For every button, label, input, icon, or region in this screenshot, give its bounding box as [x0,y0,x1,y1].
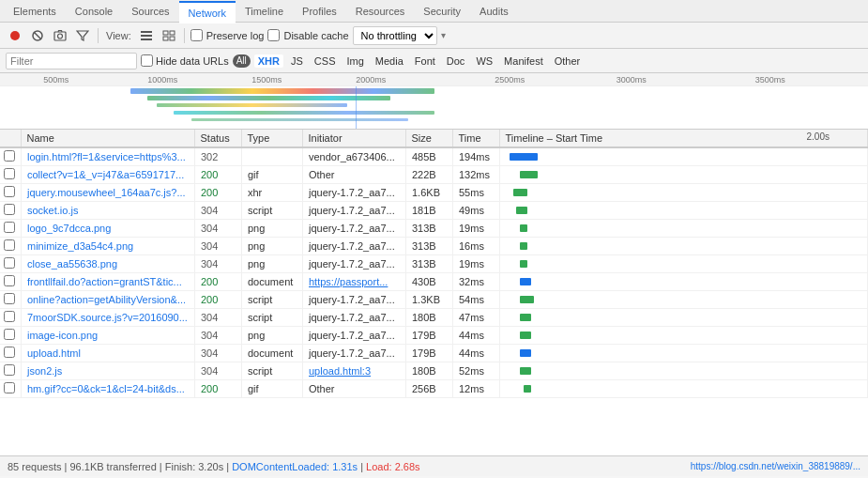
table-row[interactable]: frontllfail.do?action=grantST&tic... 200… [0,273,868,291]
col-status[interactable]: Status [194,130,241,147]
row-name[interactable]: close_aa55638.png [22,255,195,273]
row-select[interactable] [0,380,22,398]
row-name[interactable]: socket.io.js [22,202,195,220]
col-size[interactable]: Size [405,130,452,147]
row-select[interactable] [0,220,22,238]
tab-network[interactable]: Network [179,1,236,23]
filter-font-btn[interactable]: Font [411,54,439,68]
row-select[interactable] [0,202,22,220]
filter-other-btn[interactable]: Other [551,54,585,68]
row-select[interactable] [0,273,22,291]
table-row[interactable]: upload.html 304 document jquery-1.7.2_aa… [0,345,868,362]
row-checkbox[interactable] [4,239,15,251]
table-row[interactable]: socket.io.js 304 script jquery-1.7.2_aa7… [0,202,868,220]
row-select[interactable] [0,345,22,362]
camera-button[interactable] [51,26,69,45]
table-row[interactable]: jquery.mousewheel_164aa7c.js?... 200 xhr… [0,184,868,202]
filter-input[interactable] [6,53,137,69]
filter-doc-btn[interactable]: Doc [443,54,469,68]
row-name[interactable]: upload.html [22,345,195,362]
row-select[interactable] [0,291,22,309]
table-row[interactable]: online?action=getAbilityVersion&... 200 … [0,291,868,309]
row-initiator[interactable]: upload.html:3 [303,362,406,380]
row-name[interactable]: 7moorSDK.source.js?v=2016090... [22,309,195,327]
row-select[interactable] [0,362,22,380]
filter-img-btn[interactable]: Img [343,54,367,68]
table-row[interactable]: minimize_d3a54c4.png 304 png jquery-1.7.… [0,238,868,255]
clear-button[interactable] [28,26,47,45]
view-list-button[interactable] [137,26,156,45]
disable-cache-toggle[interactable]: Disable cache [267,29,348,41]
row-checkbox[interactable] [4,168,15,179]
filter-xhr-btn[interactable]: XHR [254,54,283,68]
preserve-log-toggle[interactable]: Preserve log [190,29,265,41]
filter-css-btn[interactable]: CSS [311,54,340,68]
tab-audits[interactable]: Audits [470,0,518,23]
view-group-button[interactable] [160,26,178,45]
table-row[interactable]: close_aa55638.png 304 png jquery-1.7.2_a… [0,255,868,273]
row-checkbox[interactable] [4,364,15,376]
disable-cache-checkbox[interactable] [267,29,280,41]
filter-all-badge[interactable]: All [233,54,251,68]
tab-profiles[interactable]: Profiles [293,0,346,23]
row-name[interactable]: logo_9c7dcca.png [22,220,195,238]
tab-console[interactable]: Console [66,0,122,23]
table-row[interactable]: image-icon.png 304 png jquery-1.7.2_aa7.… [0,327,868,345]
row-checkbox[interactable] [4,275,15,286]
row-name[interactable]: login.html?fl=1&service=https%3... [22,148,195,166]
hide-data-urls-checkbox[interactable] [141,54,153,67]
row-select[interactable] [0,166,22,184]
row-select[interactable] [0,309,22,327]
record-button[interactable] [6,26,24,45]
filter-manifest-btn[interactable]: Manifest [500,54,547,68]
tab-security[interactable]: Security [414,0,470,23]
throttle-select[interactable]: No throttling [353,26,437,45]
col-timeline[interactable]: Timeline – Start Time 2.00s [499,130,868,147]
hide-data-urls-toggle[interactable]: Hide data URLs [141,54,229,67]
col-type[interactable]: Type [241,130,302,147]
row-checkbox[interactable] [4,293,15,304]
table-row[interactable]: logo_9c7dcca.png 304 png jquery-1.7.2_aa… [0,220,868,238]
col-name[interactable]: Name [21,130,194,147]
filter-media-btn[interactable]: Media [372,54,407,68]
row-name[interactable]: image-icon.png [22,327,195,345]
row-name[interactable]: frontllfail.do?action=grantST&tic... [22,273,195,291]
row-checkbox[interactable] [4,382,15,393]
row-select[interactable] [0,184,22,202]
tab-elements[interactable]: Elements [4,0,66,23]
row-select[interactable] [0,255,22,273]
row-checkbox[interactable] [4,311,15,322]
row-checkbox[interactable] [4,186,15,197]
col-time[interactable]: Time [452,130,499,147]
filter-button[interactable] [73,26,92,45]
preserve-log-checkbox[interactable] [190,29,203,41]
row-name[interactable]: jquery.mousewheel_164aa7c.js?... [22,184,195,202]
tab-resources[interactable]: Resources [346,0,415,23]
row-select[interactable] [0,327,22,345]
row-name[interactable]: hm.gif?cc=0&ck=1&cl=24-bit&ds... [22,380,195,398]
row-name[interactable]: online?action=getAbilityVersion&... [22,291,195,309]
table-row[interactable]: 7moorSDK.source.js?v=2016090... 304 scri… [0,309,868,327]
row-checkbox[interactable] [4,204,15,215]
row-checkbox[interactable] [4,347,15,358]
timeline-overview[interactable]: 500ms 1000ms 1500ms 2000ms 2500ms 3000ms… [0,73,868,130]
col-initiator[interactable]: Initiator [302,130,405,147]
table-row[interactable]: collect?v=1&_v=j47&a=6591717... 200 gif … [0,166,868,184]
row-name[interactable]: collect?v=1&_v=j47&a=6591717... [22,166,195,184]
row-checkbox[interactable] [4,257,15,269]
row-checkbox[interactable] [4,222,15,233]
row-initiator[interactable]: https://passport... [303,273,406,291]
table-row[interactable]: login.html?fl=1&service=https%3... 302 v… [0,148,868,166]
table-row[interactable]: json2.js 304 script upload.html:3 180B 5… [0,362,868,380]
row-name[interactable]: json2.js [22,362,195,380]
row-select[interactable] [0,238,22,255]
row-checkbox[interactable] [4,150,15,162]
row-checkbox[interactable] [4,329,15,340]
table-row[interactable]: hm.gif?cc=0&ck=1&cl=24-bit&ds... 200 gif… [0,380,868,398]
tab-sources[interactable]: Sources [122,0,178,23]
filter-ws-btn[interactable]: WS [472,54,496,68]
row-select[interactable] [0,148,22,166]
tab-timeline[interactable]: Timeline [236,0,293,23]
filter-js-btn[interactable]: JS [287,54,307,68]
row-name[interactable]: minimize_d3a54c4.png [22,238,195,255]
